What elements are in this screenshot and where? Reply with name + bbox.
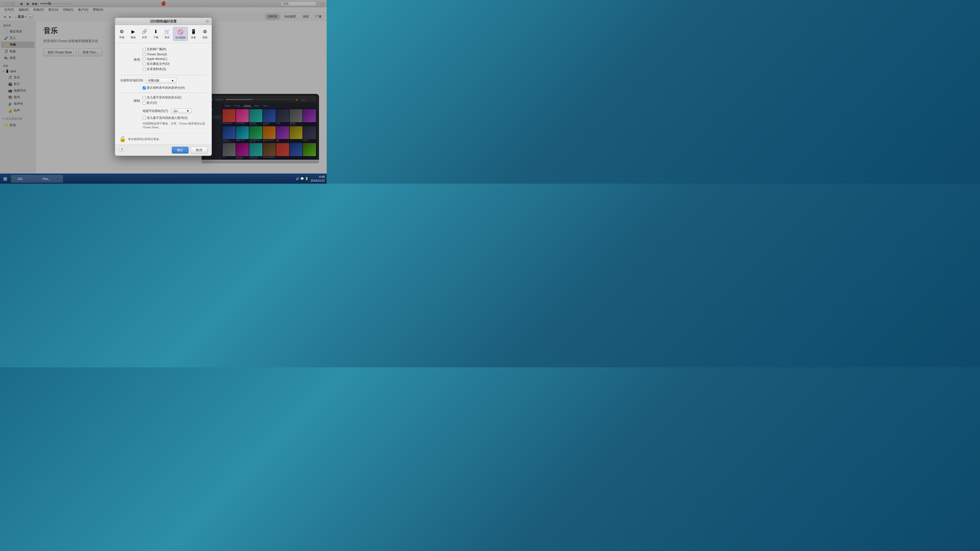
region-dropdown[interactable]: 中国大陆 ▼ — [146, 78, 177, 83]
ok-button[interactable]: 确定 — [172, 147, 189, 154]
restrictions-icon: 🚫 — [177, 28, 184, 35]
sharing-icon: 🔗 — [141, 28, 148, 35]
taskbar-items: V 123... ♪ iTun... — [10, 175, 294, 183]
section-separator-1 — [120, 75, 207, 75]
tray-icon-3: 🔋 — [305, 177, 309, 180]
dtool-store-label: 商店 — [165, 36, 170, 39]
checkbox-show-explicit-label: 显示资料库中的内容评分(H) — [147, 86, 185, 90]
dialog-content: 禁用: 互联网广播(R) iTunes Store(I) — [115, 43, 212, 133]
taskbar-tray: 🔊 💬 🔋 — [294, 177, 310, 180]
dtool-sharing[interactable]: 🔗 共享 — [139, 27, 150, 41]
dialog-footer: ? 确定 取消 — [115, 144, 212, 156]
region-value: 中国大陆 — [148, 79, 159, 83]
clock-date: 2019/11/13 — [310, 179, 325, 183]
dtool-playback[interactable]: ▶ 播放 — [127, 27, 139, 41]
disable-checkboxes: 互联网广播(R) iTunes Store(I) Apple Music(L) — [143, 47, 207, 73]
itunes-window: ─ □ ✕ ◀ ▶ ▶▶ 🍎 ≡ 文件(F) 编辑(E) 歌曲(S) 显示(V)… — [0, 0, 327, 173]
lock-text: 单击锁按钮以防再次更改。 — [128, 137, 162, 141]
dtool-download[interactable]: ⬇ 下载 — [150, 27, 162, 41]
tray-icon-1: 🔊 — [296, 177, 299, 180]
checkbox-shared-library: 共享资料库(S) — [143, 67, 169, 71]
dtool-restrictions-label: 访问限制 — [175, 36, 186, 40]
checkbox-books-label: 含儿童不宜内容的成人图书(X) — [147, 116, 188, 120]
dialog-title-bar: 访问限制偏好设置 ✕ — [115, 18, 212, 25]
store-icon: 🛒 — [164, 28, 171, 35]
disable-label: 禁用: — [120, 58, 141, 62]
itunes-taskbar-icon: ♪ — [40, 176, 41, 181]
tv-rating-dropdown[interactable]: 12+ ▼ — [171, 109, 191, 113]
dialog-close-button[interactable]: ✕ — [205, 19, 210, 24]
general-icon: ⚙ — [118, 28, 125, 35]
checkbox-podcast-label: 音乐播送文件(O) — [147, 62, 169, 66]
dtool-advanced[interactable]: ⚙ 高级 — [199, 27, 210, 41]
dtool-general[interactable]: ⚙ 常规 — [116, 27, 127, 41]
download-icon: ⬇ — [152, 28, 159, 35]
restrict-row: 限制: 含儿童不宜内容的音乐(E) 影片(V) — [120, 95, 207, 106]
checkbox-itunes-store: iTunes Store(I) — [143, 52, 169, 56]
dtool-advanced-label: 高级 — [202, 36, 207, 39]
dtool-store[interactable]: 🛒 商店 — [162, 27, 173, 41]
dialog-toolbar: ⚙ 常规 ▶ 播放 🔗 共享 ⬇ 下载 🛒 商店 — [115, 25, 212, 43]
dtool-download-label: 下载 — [153, 36, 159, 39]
checkbox-books-input[interactable] — [143, 117, 146, 120]
tv-dropdown-arrow: ▼ — [186, 110, 189, 113]
checkbox-movies-label: 影片(V) — [147, 101, 157, 105]
dtool-sharing-label: 共享 — [142, 36, 147, 39]
dialog-overlay: 访问限制偏好设置 ✕ ⚙ 常规 ▶ 播放 🔗 共享 ⬇ — [0, 0, 327, 173]
checkbox-radio-input[interactable] — [143, 48, 146, 51]
disable-checkboxes-group: 互联网广播(R) iTunes Store(I) Apple Music(L) — [143, 47, 169, 73]
taskbar: ⊞ V 123... ♪ iTun... 🔊 💬 🔋 8:48 2019/11/… — [0, 173, 327, 184]
restrict-label: 限制: — [120, 99, 141, 103]
dtool-playback-label: 播放 — [130, 36, 136, 39]
checkbox-itunes-store-input[interactable] — [143, 53, 146, 56]
tv-rating-label: 电视节目限制为(T) — [143, 109, 168, 113]
checkbox-apple-music-label: Apple Music(L) — [147, 57, 167, 61]
checkbox-apple-music: Apple Music(L) — [143, 57, 169, 61]
dropdown-arrow: ▼ — [171, 79, 174, 82]
footer-help: ? — [119, 147, 124, 154]
region-row: 分级所在地区(N): 中国大陆 ▼ — [120, 78, 207, 83]
checkbox-apple-music-input[interactable] — [143, 57, 146, 60]
restriction-note: 内容限制适用于播放、共享、iTunes 购买项目以及 iTunes Store。 — [143, 122, 207, 129]
checkbox-radio: 互联网广播(R) — [143, 47, 169, 52]
v-icon: V — [14, 176, 16, 181]
checkbox-podcast: 音乐播送文件(O) — [143, 62, 169, 66]
dtool-restrictions[interactable]: 🚫 访问限制 — [173, 27, 188, 41]
clock-time: 8:48 — [310, 175, 325, 179]
tray-icon-2: 💬 — [301, 177, 304, 180]
books-checkbox-group: 含儿童不宜内容的成人图书(X) — [143, 116, 207, 120]
checkbox-radio-label: 互联网广播(R) — [147, 47, 166, 52]
checkbox-shared-library-input[interactable] — [143, 68, 146, 71]
advanced-icon: ⚙ — [201, 28, 208, 35]
taskbar-item-itunes[interactable]: ♪ iTun... — [37, 175, 63, 183]
cancel-button[interactable]: 取消 — [191, 147, 207, 154]
start-button[interactable]: ⊞ — [0, 174, 10, 184]
dtool-devices-label: 设备 — [191, 36, 196, 39]
checkbox-shared-library-label: 共享资料库(S) — [147, 67, 166, 71]
checkbox-show-explicit: 显示资料库中的内容评分(H) — [143, 86, 207, 90]
checkbox-itunes-store-label: iTunes Store(I) — [147, 52, 167, 56]
checkbox-podcast-input[interactable] — [143, 62, 146, 65]
checkbox-show-explicit-input[interactable] — [143, 86, 146, 89]
help-button[interactable]: ? — [119, 147, 124, 152]
restrict-checkboxes: 含儿童不宜内容的音乐(E) 影片(V) — [143, 95, 181, 106]
show-explicit-group: 显示资料库中的内容评分(H) — [143, 86, 207, 90]
checkbox-explicit-music-label: 含儿童不宜内容的音乐(E) — [147, 95, 181, 100]
dialog-title-text: 访问限制偏好设置 — [118, 19, 209, 24]
dtool-devices[interactable]: 📱 设备 — [188, 27, 199, 41]
devices-icon: 📱 — [190, 28, 197, 35]
checkbox-movies: 影片(V) — [143, 101, 181, 105]
parental-controls-dialog: 访问限制偏好设置 ✕ ⚙ 常规 ▶ 播放 🔗 共享 ⬇ — [115, 17, 212, 156]
lock-section: 🔒 单击锁按钮以防再次更改。 — [115, 133, 212, 144]
checkbox-explicit-music-input[interactable] — [143, 96, 146, 99]
lock-icon[interactable]: 🔒 — [119, 136, 126, 142]
region-select: 中国大陆 ▼ — [146, 78, 177, 83]
checkbox-movies-input[interactable] — [143, 102, 146, 105]
disable-row: 禁用: 互联网广播(R) iTunes Store(I) — [120, 47, 207, 73]
dtool-general-label: 常规 — [119, 36, 124, 39]
taskbar-item-v[interactable]: V 123... — [11, 175, 37, 183]
taskbar-item-itunes-label: iTun... — [43, 177, 50, 180]
taskbar-item-v-label: 123... — [18, 177, 24, 180]
taskbar-clock[interactable]: 8:48 2019/11/13 — [310, 175, 327, 183]
tv-rating-row: 电视节目限制为(T) 12+ ▼ — [143, 109, 207, 113]
